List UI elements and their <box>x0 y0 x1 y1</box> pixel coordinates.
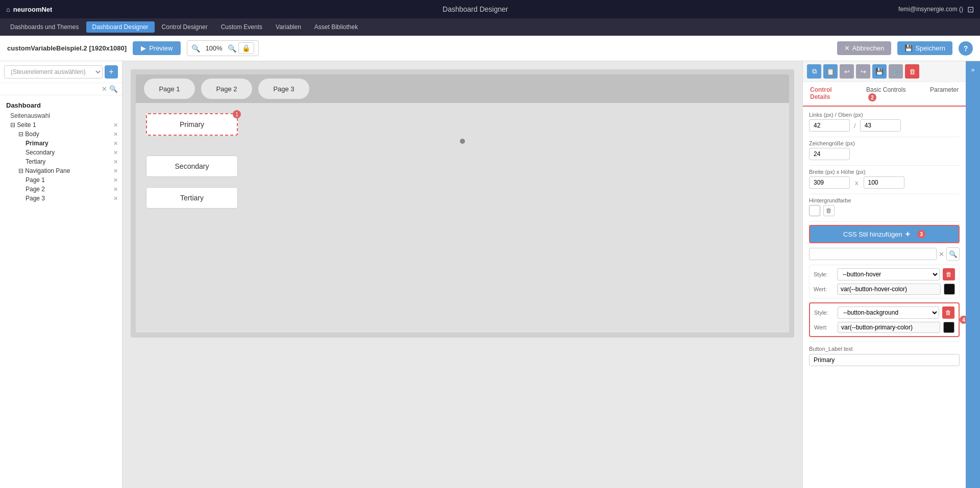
tab-basic-controls[interactable]: Basic Controls 2 <box>859 82 923 107</box>
zoom-out-button[interactable]: 🔍 <box>191 44 200 53</box>
css-search-btn[interactable]: 🔍 <box>946 247 960 261</box>
css-style-select-1[interactable]: --button-hover <box>837 268 940 280</box>
tree-group-body[interactable]: ⊟ Body ✕ <box>0 130 122 139</box>
tree-group-navpane[interactable]: ⊟ Navigation Pane ✕ <box>0 166 122 175</box>
css-search-clear-btn[interactable]: ✕ <box>939 250 944 258</box>
control-dropdown[interactable]: (Steuerelement auswählen) <box>4 65 103 79</box>
bg-color-label: Hintergrundfarbe <box>809 197 960 203</box>
page-tab-3[interactable]: Page 3 <box>258 79 309 99</box>
tree-close-body[interactable]: ✕ <box>113 131 118 138</box>
zoom-controls: 🔍 100% 🔍 🔒 <box>187 40 258 56</box>
tree-close-page3[interactable]: ✕ <box>113 195 118 202</box>
tree-close-page1[interactable]: ✕ <box>113 177 118 184</box>
primary-button[interactable]: Primary 1 <box>146 113 238 136</box>
resize-handle[interactable] <box>460 139 465 144</box>
right-content: Links (px) / Oben (px) / Zeichengröße (p… <box>803 107 966 488</box>
tree-item-page2[interactable]: Page 2 ✕ <box>0 185 122 194</box>
tree-item-page1[interactable]: Page 1 ✕ <box>0 175 122 185</box>
pos-left-input[interactable] <box>809 119 850 132</box>
search-button[interactable]: 🔍 <box>109 85 118 93</box>
tree-item-page3[interactable]: Page 3 ✕ <box>0 194 122 203</box>
css-color-swatch-1[interactable] <box>944 284 955 295</box>
css-style-row-2: Style: --button-background 🗑 <box>814 306 954 319</box>
clear-search-button[interactable]: ✕ <box>102 85 107 93</box>
bg-color-delete[interactable]: 🗑 <box>823 205 835 216</box>
tab-parameter[interactable]: Parameter <box>923 82 966 107</box>
css-row-2: Style: --button-background 🗑 Wert: 4 <box>809 302 960 337</box>
app-title: Dashboard Designer <box>443 5 508 13</box>
menu-custom-events[interactable]: Custom Events <box>215 21 268 33</box>
height-input[interactable] <box>864 176 904 189</box>
pos-top-input[interactable] <box>860 119 901 132</box>
bg-color-preview[interactable] <box>809 205 820 216</box>
zoom-in-button[interactable]: 🔍 <box>228 44 236 53</box>
menubar: Dashboards und Themes Dashboard Designer… <box>0 18 980 36</box>
right-toolbar: ⧉ 📋 ↩ ↪ 💾 🔗 🗑 <box>803 61 966 82</box>
save-button[interactable]: 💾 Speichern <box>897 41 952 55</box>
rt-copy-btn[interactable]: ⧉ <box>807 64 821 79</box>
css-color-swatch-2[interactable] <box>943 322 954 333</box>
topbar: ⌂ neuroomNet Dashboard Designer femi@ins… <box>0 0 980 18</box>
badge-1: 1 <box>233 110 241 118</box>
tree-group-seite1[interactable]: ⊟ Seite 1 ✕ <box>0 120 122 130</box>
tree-section-dashboard: Dashboard <box>0 99 122 111</box>
tree-close-primary[interactable]: ✕ <box>113 140 118 147</box>
sidebar-search-input[interactable] <box>4 86 100 93</box>
css-delete-btn-2[interactable]: 🗑 <box>942 306 954 319</box>
css-add-button[interactable]: CSS Stil hinzufügen + 3 <box>809 225 960 243</box>
badge-3: 3 <box>917 230 925 238</box>
page-tab-2[interactable]: Page 2 <box>201 79 252 99</box>
css-value-input-1[interactable] <box>837 284 941 295</box>
rt-link-btn[interactable]: 🔗 <box>889 64 903 79</box>
tree-item-secondary[interactable]: Secondary ✕ <box>0 148 122 157</box>
menu-variablen[interactable]: Variablen <box>270 21 307 33</box>
css-search-input[interactable] <box>809 248 937 260</box>
rt-undo-btn[interactable]: ↩ <box>840 64 854 79</box>
toolbar: customVariableBeispiel.2 [1920x1080] ▶ P… <box>0 36 980 61</box>
css-add-icon: + <box>905 229 910 239</box>
bg-color-row: Hintergrundfarbe 🗑 <box>809 197 960 216</box>
help-button[interactable]: ? <box>959 41 973 56</box>
position-row: Links (px) / Oben (px) / <box>809 112 960 132</box>
rt-delete-btn[interactable]: 🗑 <box>905 64 919 79</box>
tertiary-button[interactable]: Tertiary <box>146 187 238 209</box>
sidebar: (Steuerelement auswählen) + ✕ 🔍 Dashboar… <box>0 61 122 488</box>
tree-item-tertiary[interactable]: Tertiary ✕ <box>0 157 122 166</box>
rt-paste-btn[interactable]: 📋 <box>823 64 838 79</box>
tab-control-details[interactable]: Control Details <box>803 82 859 107</box>
font-size-input[interactable] <box>809 148 850 160</box>
brand-name: neuroomNet <box>13 6 53 13</box>
lock-button[interactable]: 🔒 <box>238 42 254 54</box>
preview-button[interactable]: ▶ Preview <box>133 41 181 55</box>
css-style-select-2[interactable]: --button-background <box>838 306 939 319</box>
menu-control-designer[interactable]: Control Designer <box>156 21 214 33</box>
tree-close-tertiary[interactable]: ✕ <box>113 159 118 165</box>
collapse-right-button[interactable]: » <box>966 61 980 488</box>
secondary-button[interactable]: Secondary <box>146 156 238 177</box>
x-icon: ✕ <box>844 44 850 52</box>
menu-dashboards[interactable]: Dashboards und Themes <box>4 21 85 33</box>
add-control-button[interactable]: + <box>105 65 118 79</box>
css-row-1: Style: --button-hover 🗑 Wert: <box>809 265 960 298</box>
tree-close-secondary[interactable]: ✕ <box>113 149 118 156</box>
width-input[interactable] <box>809 176 850 189</box>
badge-2: 2 <box>868 93 876 101</box>
menu-dashboard-designer[interactable]: Dashboard Designer <box>86 21 155 33</box>
project-title: customVariableBeispiel.2 [1920x1080] <box>7 44 127 52</box>
button-label-input[interactable] <box>809 354 960 366</box>
css-delete-btn-1[interactable]: 🗑 <box>943 268 955 280</box>
tree-close-navpane[interactable]: ✕ <box>113 168 118 174</box>
tree-item-primary[interactable]: Primary ✕ <box>0 139 122 148</box>
tree-close-page2[interactable]: ✕ <box>113 186 118 193</box>
save-icon: 💾 <box>904 44 913 52</box>
css-value-input-2[interactable] <box>838 322 940 333</box>
canvas-container: Page 1 Page 2 Page 3 Primary 1 Seconda <box>131 69 794 338</box>
menu-asset-bibliothek[interactable]: Asset Bibliothek <box>308 21 364 33</box>
rt-save-btn[interactable]: 💾 <box>872 64 887 79</box>
cancel-button[interactable]: ✕ Abbrechen <box>837 41 892 55</box>
tree-close-seite1[interactable]: ✕ <box>113 122 118 129</box>
page-tab-1[interactable]: Page 1 <box>144 79 195 99</box>
css-search-row: ✕ 🔍 <box>809 247 960 261</box>
css-value-row-2: Wert: <box>814 322 954 333</box>
rt-redo-btn[interactable]: ↪ <box>856 64 870 79</box>
